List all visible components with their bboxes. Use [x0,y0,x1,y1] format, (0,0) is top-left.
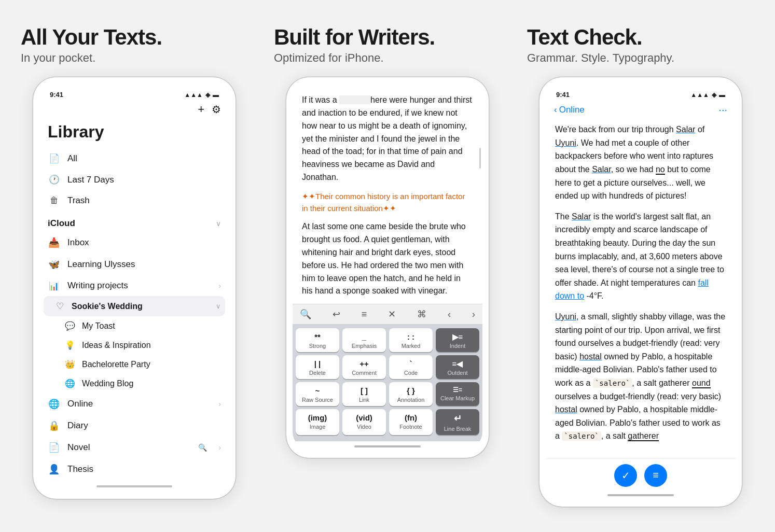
tc-check-button[interactable]: ✓ [614,464,637,487]
mk-key-video[interactable]: (vid) Video [342,409,386,435]
novel-search-icon[interactable]: 🔍 [198,443,207,452]
mk-key-delete[interactable]: | | Delete [296,355,339,379]
salar-link-3[interactable]: Salar [572,212,591,221]
back-nav: ‹ Online ··· [546,101,736,118]
novel-chevron-icon: › [218,443,221,452]
hostal-link-1[interactable]: hostal [579,352,602,361]
library-item-thesis[interactable]: 👤 Thesis [39,458,229,480]
keyboard-toolbar: 🔍 ↩ ≡ ✕ ⌘ ‹ › [293,304,482,324]
mk-key-rawsource[interactable]: ~ Raw Source [296,382,339,406]
library-item-diary[interactable]: 🔒 Diary [39,415,229,437]
library-item-inbox[interactable]: 📥 Inbox [39,232,229,254]
mk-key-comment[interactable]: ++ Comment [342,355,386,379]
library-item-learning[interactable]: 🦋 Learning Ulysses [39,254,229,275]
library-item-writing[interactable]: 📊 Writing projects › [39,275,229,296]
library-title: Library [39,120,229,148]
textcheck-body: We're back from our trip through Salar o… [546,118,736,458]
editor-paragraph-2: At last some one came beside the brute w… [302,220,473,298]
library-item-all[interactable]: 📄 All [39,148,229,169]
phone-1-inner: 9:41 ▲▲▲ ◈ ▬ + ⚙ Library [39,86,229,491]
kb-undo-icon[interactable]: ↩ [333,309,340,320]
all-icon: 📄 [48,153,60,164]
mk-key-image[interactable]: (img) Image [296,409,339,435]
last7-icon: 🕐 [48,174,60,185]
kb-search-icon[interactable]: 🔍 [300,309,311,320]
library-item-last7[interactable]: 🕐 Last 7 Days [39,169,229,190]
col1-header: All Your Texts. In your pocket. [16,25,253,77]
writing-icon: 📊 [48,281,60,291]
home-indicator-3 [607,494,674,496]
bachelorette-icon: 👑 [64,359,76,369]
library-item-ideas-label: Ideas & Inspiration [82,341,151,350]
mk-row-3: ~ Raw Source [ ] Link { } Annotation [296,382,479,406]
more-button[interactable]: ··· [718,104,727,116]
scroll-indicator-1 [96,485,172,487]
battery-icon-3: ▬ [719,91,725,99]
col3-header: Text Check. Grammar. Style. Typography. [522,25,759,77]
library-item-last7-label: Last 7 Days [67,175,221,185]
mk-key-code[interactable]: ` Code [389,355,433,379]
sookies-wedding-group[interactable]: ♡ Sookie's Wedding ∨ [44,296,225,316]
mk-key-linebreak[interactable]: ↵ Line Break [436,409,479,435]
signal-icon: ▲▲▲ [184,91,203,99]
learning-icon: 🦋 [48,259,60,270]
mk-key-strong[interactable]: ** Strong [296,328,339,352]
online-icon: 🌐 [48,398,60,410]
icloud-section-header[interactable]: iCloud ∨ [39,211,229,232]
kb-command-icon[interactable]: ⌘ [417,309,426,320]
library-item-writing-label: Writing projects [67,281,211,291]
hostal-link-2[interactable]: hostal [555,405,577,414]
library-item-trash-label: Trash [67,195,221,206]
library-item-all-label: All [67,153,221,164]
mk-key-clearmarkup[interactable]: ☰= Clear Markup [436,382,479,406]
mk-key-marked[interactable]: : : Marked [389,328,433,352]
col3-heading: Text Check. [527,25,754,49]
sookies-wedding-chevron-icon: ∨ [216,302,221,310]
add-button[interactable]: + [198,103,204,116]
library-item-ideas[interactable]: 💡 Ideas & Inspiration [39,335,229,355]
wifi-icon: ◈ [205,91,210,99]
mk-key-indent[interactable]: ▶≡ Indent [436,328,479,352]
kb-list-icon[interactable]: ≡ [362,309,367,320]
icloud-chevron-icon: ∨ [216,219,221,228]
mk-row-2: | | Delete ++ Comment ` Code [296,355,479,379]
novel-icon: 📄 [48,442,60,453]
phone-2-mockup: If it was a here were hunger and thirst … [286,77,489,457]
library-item-trash[interactable]: 🗑 Trash [39,190,229,211]
library-item-novel-label: Novel [67,442,191,453]
salar-link-2[interactable]: Salar [592,165,611,174]
home-indicator-2 [354,445,421,447]
editor-content[interactable]: If it was a here were hunger and thirst … [293,86,482,298]
kb-close-icon[interactable]: ✕ [388,309,396,320]
writing-chevron-icon: › [218,282,221,290]
tc-list-button[interactable]: ≡ [644,464,667,487]
salar-link-1[interactable]: Salar [676,125,695,134]
library-item-novel[interactable]: 📄 Novel 🔍 › [39,437,229,458]
mk-key-annotation[interactable]: { } Annotation [389,382,433,406]
uyuni-link-2[interactable]: Uyuni [555,312,576,321]
mk-key-outdent[interactable]: ≡◀ Outdent [436,355,479,379]
col2-subheading: Optimized for iPhone. [274,51,501,65]
list-icon: ≡ [653,469,659,481]
checkmark-icon: ✓ [621,469,630,482]
mk-key-footnote[interactable]: (fn) Footnote [389,409,433,435]
library-item-blog[interactable]: 🌐 Wedding Blog [39,374,229,393]
library-item-toast[interactable]: 💬 My Toast [39,316,229,335]
diary-icon: 🔒 [48,420,60,431]
mk-key-link[interactable]: [ ] Link [342,382,386,406]
kb-prev-icon[interactable]: ‹ [448,309,451,320]
kb-next-icon[interactable]: › [472,309,475,320]
page-wrapper: All Your Texts. In your pocket. 9:41 ▲▲▲… [16,25,759,507]
library-item-bachelorette[interactable]: 👑 Bachelorette Party [39,355,229,374]
uyuni-link-1[interactable]: Uyuni [555,138,576,147]
mk-row-4: (img) Image (vid) Video (fn) Footnote [296,409,479,435]
toast-icon: 💬 [64,321,76,331]
library-item-online[interactable]: 🌐 Online › [39,393,229,415]
back-chevron-icon: ‹ [554,105,557,115]
settings-button[interactable]: ⚙ [212,103,221,116]
mk-key-emphasis[interactable]: _ Emphasis [342,328,386,352]
back-button[interactable]: ‹ Online [554,105,585,115]
fall-link[interactable]: fall down to [555,278,709,301]
column-1: All Your Texts. In your pocket. 9:41 ▲▲▲… [16,25,253,499]
editor-paragraph-1: If it was a here were hunger and thirst … [302,94,473,184]
